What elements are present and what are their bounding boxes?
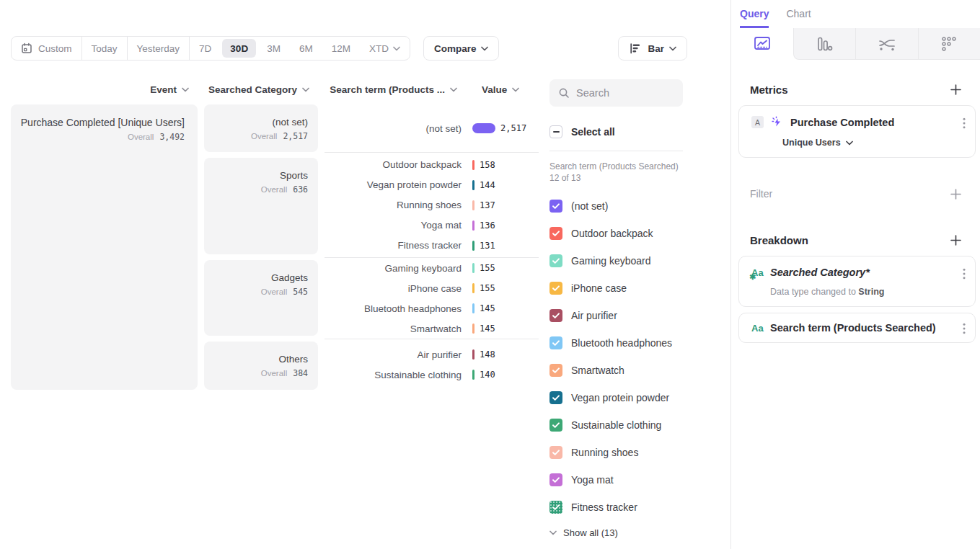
table-row[interactable]: Gaming keyboard155 <box>325 258 539 278</box>
category-cell[interactable]: SportsOverall636 <box>204 158 318 254</box>
table-row[interactable]: Yoga mat136 <box>325 215 539 236</box>
table-row[interactable]: Bluetooth headphones145 <box>325 298 539 318</box>
category-cell[interactable]: (not set)Overall2,517 <box>204 104 318 152</box>
date-range-30d[interactable]: 30D <box>222 39 256 58</box>
check-icon <box>552 285 560 292</box>
series-checkbox-item[interactable]: iPhone case <box>549 282 683 295</box>
series-checkbox-item[interactable]: Vegan protein powder <box>549 391 683 404</box>
table-row[interactable]: Fitness tracker131 <box>325 236 539 256</box>
add-breakdown-button[interactable] <box>950 235 961 246</box>
add-metric-button[interactable] <box>950 84 961 95</box>
value-bar <box>472 303 474 313</box>
series-checkbox-item[interactable]: Running shoes <box>549 446 683 459</box>
value-label: 131 <box>480 241 495 251</box>
series-label: Yoga mat <box>571 474 614 486</box>
series-checkbox-item[interactable]: Sustainable clothing <box>549 419 683 432</box>
series-checkbox-item[interactable]: Gaming keyboard <box>549 254 683 267</box>
tab-query[interactable]: Query <box>740 8 769 28</box>
search-term-label: Gaming keyboard <box>325 263 462 274</box>
tab-insights[interactable] <box>731 28 793 60</box>
value-bar <box>472 323 474 334</box>
tab-flows[interactable] <box>855 28 918 60</box>
measure-selector[interactable]: Unique Users <box>782 138 965 148</box>
breakdown-property-name: Search term (Products Searched) <box>770 322 936 334</box>
table-row[interactable]: Air purifier148 <box>325 344 539 365</box>
date-range-yesterday[interactable]: Yesterday <box>128 37 190 60</box>
compare-button[interactable]: Compare <box>423 36 500 61</box>
series-checkbox[interactable] <box>549 254 562 267</box>
select-all-row[interactable]: Select all <box>549 125 683 138</box>
column-header-search-term[interactable]: Search term (Products ... <box>325 84 457 95</box>
table-row[interactable]: Outdoor backpack158 <box>325 155 539 175</box>
series-checkbox[interactable] <box>549 473 562 486</box>
table-row[interactable]: Sustainable clothing140 <box>325 365 539 385</box>
breakdown-menu-button[interactable] <box>963 323 966 334</box>
term-group: (not set)2,517 <box>325 104 539 152</box>
value-bar <box>472 200 474 210</box>
tab-chart[interactable]: Chart <box>786 8 811 28</box>
search-input[interactable]: Search <box>549 79 683 107</box>
report-type-tabs <box>731 28 980 60</box>
series-label: Fitness tracker <box>571 501 637 513</box>
value-label: 2,517 <box>500 123 526 133</box>
series-checkbox-item[interactable]: Air purifier <box>549 309 683 322</box>
date-range-3m[interactable]: 3M <box>257 37 290 60</box>
term-group: Air purifier148Sustainable clothing140 <box>325 339 539 390</box>
add-filter-button[interactable] <box>950 189 961 200</box>
search-term-label: (not set) <box>325 123 462 134</box>
series-checkbox[interactable] <box>549 364 562 377</box>
series-checkbox[interactable] <box>549 309 562 322</box>
series-checkbox[interactable] <box>549 419 562 432</box>
select-all-checkbox[interactable] <box>549 125 562 138</box>
series-label: Outdoor backpack <box>571 228 653 239</box>
column-header-value[interactable]: Value <box>482 84 519 95</box>
series-checkbox[interactable] <box>549 446 562 459</box>
date-range-12m[interactable]: 12M <box>322 37 360 60</box>
table-row[interactable]: Smartwatch145 <box>325 318 539 339</box>
series-checkbox-item[interactable]: Outdoor backpack <box>549 227 683 240</box>
series-checkbox[interactable] <box>549 391 562 404</box>
date-range-today[interactable]: Today <box>82 37 128 60</box>
compare-label: Compare <box>434 43 477 54</box>
series-checkbox[interactable] <box>549 282 562 295</box>
date-range-xtd[interactable]: XTD <box>360 37 410 60</box>
value-bar <box>472 263 474 273</box>
event-cell[interactable]: Purchase Completed [Unique Users] Overal… <box>11 104 198 390</box>
series-checkbox-item[interactable]: Bluetooth headphones <box>549 336 683 349</box>
breakdown-card-searched-category[interactable]: Aa✱ Searched Category* Data type changed… <box>738 256 976 307</box>
series-checkbox-item[interactable]: Smartwatch <box>549 364 683 377</box>
category-cell[interactable]: GadgetsOverall545 <box>204 260 318 336</box>
breakdown-menu-button[interactable] <box>963 268 966 280</box>
chart-type-button[interactable]: Bar <box>618 36 687 61</box>
table-row[interactable]: iPhone case155 <box>325 278 539 298</box>
date-range-6m[interactable]: 6M <box>290 37 322 60</box>
series-checkbox[interactable] <box>549 336 562 349</box>
table-row[interactable]: Vegan protein powder144 <box>325 175 539 195</box>
chevron-down-icon <box>182 87 189 92</box>
breakdown-header: Breakdown <box>731 234 980 246</box>
series-checkbox[interactable] <box>549 501 562 514</box>
value-label: 136 <box>480 220 495 231</box>
column-header-event[interactable]: Event <box>11 84 189 95</box>
show-all-toggle[interactable]: Show all (13) <box>549 527 683 538</box>
tab-retention[interactable] <box>918 28 980 60</box>
date-range-7d[interactable]: 7D <box>190 37 221 60</box>
series-checkbox[interactable] <box>549 227 562 240</box>
series-checkbox-item[interactable]: Fitness tracker <box>549 501 683 514</box>
table-row[interactable]: (not set)2,517 <box>325 118 539 138</box>
column-header-searched-category[interactable]: Searched Category <box>204 84 309 95</box>
chevron-down-icon <box>846 140 853 146</box>
metric-card[interactable]: A Purchase Completed Unique Users <box>738 105 976 158</box>
category-cell[interactable]: OthersOverall384 <box>204 342 318 390</box>
series-label: Vegan protein powder <box>571 392 669 403</box>
table-row[interactable]: Running shoes137 <box>325 195 539 215</box>
tab-funnels[interactable] <box>793 28 856 60</box>
series-checkbox-item[interactable]: (not set) <box>549 200 683 213</box>
date-range-custom[interactable]: Custom <box>12 37 82 60</box>
series-checkbox-item[interactable]: Yoga mat <box>549 473 683 486</box>
series-checkbox[interactable] <box>549 200 562 213</box>
category-overall: Overall545 <box>211 287 308 297</box>
series-label: Sustainable clothing <box>571 419 661 431</box>
breakdown-card-search-term[interactable]: Aa Search term (Products Searched) <box>738 313 976 343</box>
metric-menu-button[interactable] <box>963 117 966 129</box>
